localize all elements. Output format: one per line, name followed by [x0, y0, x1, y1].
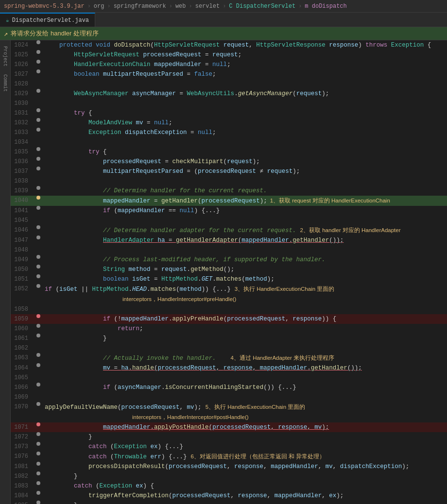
gutter-dot: [36, 353, 40, 357]
gutter-dot: [36, 363, 40, 367]
bc-sep1: ›: [87, 3, 91, 10]
table-row: 1065: [11, 373, 447, 383]
gutter-dot: [36, 422, 40, 426]
table-row: 1084 triggerAfterCompletion(processedReq…: [11, 491, 447, 501]
gutter-dot: [36, 40, 40, 44]
table-row: 1061 }: [11, 334, 447, 343]
gutter-dot: [36, 69, 40, 73]
project-icon[interactable]: Project: [2, 44, 8, 68]
table-row: 1060 return;: [11, 324, 447, 334]
gutter-dot: [36, 255, 40, 259]
table-row: 1040 mappedHandler = getHandler(processe…: [11, 196, 447, 206]
gutter-dot: [36, 432, 40, 436]
tab-dispatcher-servlet[interactable]: ☕ DispatcherServlet.java: [0, 13, 95, 27]
table-row: 1062: [11, 343, 447, 353]
tab-icon: ☕: [6, 17, 9, 23]
gutter-dot: [36, 147, 40, 151]
gutter-dot: [36, 481, 40, 485]
table-row: 1070 applyDefaultViewName(processedReque…: [11, 402, 447, 422]
gutter-dot: [36, 491, 40, 495]
table-row: 1045: [11, 216, 447, 225]
annotation-bar: ↗ 将请求分发给 handler 处理程序: [0, 27, 447, 40]
table-row: 1073 catch (Exception ex) {...}: [11, 442, 447, 452]
gutter-dot: [36, 118, 40, 122]
annotation-text: 将请求分发给 handler 处理程序: [11, 29, 99, 38]
table-row: 1081 processDispatchResult(processedRequ…: [11, 462, 447, 471]
gutter-dot: [36, 50, 40, 54]
gutter-dot: [36, 383, 40, 386]
arrow-icon: ↗: [4, 30, 8, 38]
table-row: 1085 }: [11, 501, 447, 504]
table-row: 1063 // Actually invoke the handler.4、通过…: [11, 353, 447, 363]
table-row: 1083 catch (Exception ex) {: [11, 481, 447, 491]
breadcrumb-bar: spring-webmvc-5.3.9.jar › org › springfr…: [0, 0, 447, 13]
gutter-dot: [36, 196, 40, 200]
gutter-dot: [36, 60, 40, 64]
table-row: 1082 }: [11, 471, 447, 481]
table-row: 1033 Exception dispatchException = null;: [11, 128, 447, 137]
table-row: 1047 HandlerAdapter ha = getHandlerAdapt…: [11, 235, 447, 245]
commit-icon[interactable]: Commit: [2, 72, 8, 94]
table-row: 1031 try {: [11, 108, 447, 118]
bc-method: m doDispatch: [305, 3, 346, 10]
gutter-dot: [36, 462, 40, 466]
bc-pkg4: servlet: [195, 3, 220, 10]
gutter-dot: [36, 108, 40, 112]
table-row: 1076 catch (Throwable err) {...}6、对返回值进行…: [11, 452, 447, 462]
table-row: 1072 }: [11, 432, 447, 442]
table-row: 1051 boolean isGet = HttpMethod.GET.matc…: [11, 274, 447, 284]
bc-pkg1: org: [94, 3, 104, 10]
table-row: 1058: [11, 304, 447, 314]
table-row: 1030: [11, 99, 447, 108]
tab-label: DispatcherServlet.java: [12, 17, 89, 24]
gutter-dot: [36, 89, 40, 93]
table-row: 1035 try {: [11, 147, 447, 157]
table-row: 1064 mv = ha.handle(processedRequest, re…: [11, 363, 447, 373]
gutter-dot: [36, 324, 40, 328]
main-layout: Project Commit 1024 protected void doDis…: [0, 40, 447, 504]
table-row: 1025 HttpServletRequest processedRequest…: [11, 50, 447, 60]
side-icons: Project Commit: [0, 40, 11, 504]
gutter-dot: [36, 206, 40, 210]
table-row: 1048: [11, 245, 447, 255]
gutter-dot: [36, 186, 40, 190]
table-row: 1039 // Determine handler for the curren…: [11, 186, 447, 196]
table-row: 1059 if (!mappedHandler.applyPreHandle(p…: [11, 314, 447, 324]
gutter-dot: [36, 225, 40, 229]
gutter-dot: [36, 128, 40, 132]
table-row: 1052 if (isGet || HttpMethod.HEAD.matche…: [11, 284, 447, 304]
table-row: 1034: [11, 137, 447, 147]
table-row: 1041 if (mappedHandler == null) {...}: [11, 206, 447, 216]
table-row: 1037 multipartRequestParsed = (processed…: [11, 167, 447, 176]
bc-pkg2: springframework: [114, 3, 166, 10]
bc-pkg3: web: [175, 3, 186, 10]
table-row: 1038: [11, 176, 447, 186]
gutter-dot: [36, 442, 40, 446]
code-editor[interactable]: 1024 protected void doDispatch(HttpServl…: [11, 40, 447, 504]
table-row: 1046 // Determine handler adapter for th…: [11, 225, 447, 235]
tab-bar: ☕ DispatcherServlet.java: [0, 13, 447, 27]
gutter-dot: [36, 452, 40, 455]
gutter-dot: [36, 471, 40, 475]
table-row: 1029 WebAsyncManager asyncManager = WebA…: [11, 89, 447, 99]
table-row: 1028: [11, 79, 447, 89]
table-row: 1049 // Process last-modified header, if…: [11, 255, 447, 265]
table-row: 1066 if (asyncManager.isConcurrentHandli…: [11, 383, 447, 392]
gutter-dot: [36, 167, 40, 170]
bc-jar: spring-webmvc-5.3.9.jar: [4, 3, 85, 10]
gutter-dot: [36, 274, 40, 278]
table-row: 1036 processedRequest = checkMultipart(r…: [11, 157, 447, 167]
bc-class: C DispatcherServlet: [229, 3, 295, 10]
gutter-dot: [36, 265, 40, 269]
table-row: 1024 protected void doDispatch(HttpServl…: [11, 40, 447, 50]
gutter-dot: [36, 314, 40, 318]
table-row: 1032 ModelAndView mv = null;: [11, 118, 447, 128]
gutter-dot: [36, 157, 40, 161]
table-row: 1069: [11, 392, 447, 402]
table-row: 1027 boolean multipartRequestParsed = fa…: [11, 69, 447, 79]
table-row: 1071 mappedHandler.applyPostHandle(proce…: [11, 422, 447, 432]
table-row: 1026 HandlerExecutionChain mappedHandler…: [11, 60, 447, 69]
gutter-dot: [36, 501, 40, 504]
gutter-dot: [36, 334, 40, 337]
gutter-dot: [36, 235, 40, 239]
